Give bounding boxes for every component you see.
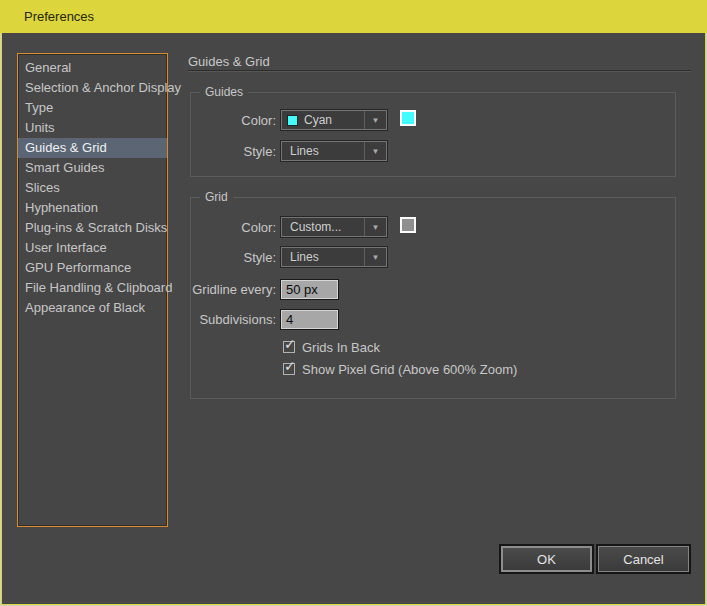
window-titlebar[interactable]: Preferences: [0, 0, 707, 33]
guides-style-row: Style: Lines ▼: [190, 141, 387, 161]
guides-style-value: Lines: [290, 144, 364, 158]
sidebar-item-appearance-of-black[interactable]: Appearance of Black: [18, 298, 167, 318]
sidebar-item-type[interactable]: Type: [18, 98, 167, 118]
sidebar-item-gpu-performance[interactable]: GPU Performance: [18, 258, 167, 278]
grid-color-dropdown[interactable]: Custom... ▼: [281, 217, 387, 237]
guides-color-label: Color:: [190, 113, 276, 128]
sidebar-item-selection-anchor-display[interactable]: Selection & Anchor Display: [18, 78, 167, 98]
grid-color-swatch[interactable]: [400, 217, 416, 233]
guides-style-label: Style:: [190, 144, 276, 159]
panel-title-divider: [188, 70, 691, 71]
window-title: Preferences: [24, 0, 94, 33]
sidebar-item-user-interface[interactable]: User Interface: [18, 238, 167, 258]
grid-style-row: Style: Lines ▼: [190, 247, 387, 267]
guides-group-legend: Guides: [200, 85, 248, 99]
grids-in-back-checkbox[interactable]: ✓: [283, 341, 295, 353]
preferences-window: Preferences General Selection & Anchor D…: [0, 0, 707, 606]
guides-color-swatch[interactable]: [400, 110, 416, 126]
chevron-down-icon: ▼: [364, 248, 386, 266]
subdivisions-label: Subdivisions:: [190, 312, 276, 327]
grid-style-label: Style:: [190, 250, 276, 265]
gridline-every-label: Gridline every:: [190, 282, 276, 297]
subdivisions-row: Subdivisions:: [190, 309, 338, 329]
guides-color-value: Cyan: [304, 113, 364, 127]
checkmark-icon: ✓: [284, 359, 296, 373]
sidebar-item-units[interactable]: Units: [18, 118, 167, 138]
grids-in-back-label: Grids In Back: [302, 340, 380, 355]
panel-title: Guides & Grid: [188, 54, 270, 69]
guides-color-dropdown[interactable]: Cyan ▼: [281, 110, 387, 130]
cancel-button[interactable]: Cancel: [598, 546, 689, 572]
guides-color-row: Color: Cyan ▼: [190, 110, 387, 130]
cyan-color-chip: [287, 115, 298, 126]
ok-button[interactable]: OK: [501, 546, 592, 572]
grid-color-row: Color: Custom... ▼: [190, 217, 387, 237]
sidebar-item-slices[interactable]: Slices: [18, 178, 167, 198]
show-pixel-grid-checkbox[interactable]: ✓: [283, 363, 295, 375]
gridline-every-row: Gridline every:: [190, 279, 338, 299]
show-pixel-grid-row: ✓ Show Pixel Grid (Above 600% Zoom): [283, 361, 517, 377]
sidebar-item-file-handling-clipboard[interactable]: File Handling & Clipboard: [18, 278, 167, 298]
grid-group-legend: Grid: [200, 190, 233, 204]
grids-in-back-row: ✓ Grids In Back: [283, 339, 380, 355]
grid-color-label: Color:: [190, 220, 276, 235]
sidebar-item-general[interactable]: General: [18, 58, 167, 78]
sidebar-item-guides-grid[interactable]: Guides & Grid: [18, 138, 167, 158]
grid-color-value: Custom...: [290, 220, 364, 234]
chevron-down-icon: ▼: [364, 111, 386, 129]
chevron-down-icon: ▼: [364, 218, 386, 236]
guides-style-dropdown[interactable]: Lines ▼: [281, 141, 387, 161]
sidebar-item-hyphenation[interactable]: Hyphenation: [18, 198, 167, 218]
guides-group: Guides: [190, 92, 676, 177]
preferences-category-list: General Selection & Anchor Display Type …: [17, 53, 168, 527]
subdivisions-input[interactable]: [281, 310, 338, 329]
grid-style-value: Lines: [290, 250, 364, 264]
chevron-down-icon: ▼: [364, 142, 386, 160]
gridline-every-input[interactable]: [281, 280, 338, 299]
grid-style-dropdown[interactable]: Lines ▼: [281, 247, 387, 267]
show-pixel-grid-label: Show Pixel Grid (Above 600% Zoom): [302, 362, 517, 377]
checkmark-icon: ✓: [284, 337, 296, 351]
sidebar-item-smart-guides[interactable]: Smart Guides: [18, 158, 167, 178]
sidebar-item-plugins-scratch-disks[interactable]: Plug-ins & Scratch Disks: [18, 218, 167, 238]
